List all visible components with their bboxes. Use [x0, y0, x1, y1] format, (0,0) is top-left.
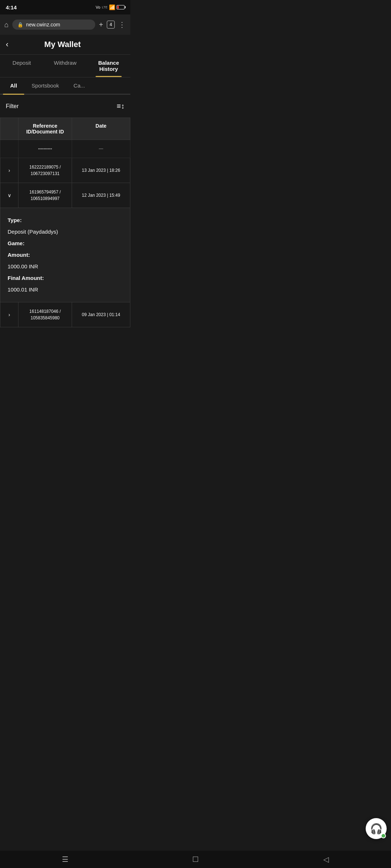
expanded-detail: Type: Deposit (Paydaddys) Game: Amount: …	[0, 208, 130, 302]
chevron-right-icon[interactable]: ›	[8, 312, 10, 318]
table-row: › 162222189075 / 106723097131 13 Jan 202…	[0, 158, 130, 183]
table-row: › 161148187046 / 105835845980 09 Jan 202…	[0, 302, 130, 327]
col-header-date: Date	[72, 118, 130, 140]
row3-expand[interactable]: ›	[0, 302, 18, 327]
row2-date: 12 Jan 2023 | 15:49	[72, 183, 130, 208]
browser-tabs-button[interactable]: 4	[107, 21, 115, 29]
table-container: Reference ID/Document ID Date ••••••••••…	[0, 118, 130, 327]
lock-icon: 🔒	[17, 22, 23, 27]
row2-ref: 161965794957 / 106510894997	[18, 183, 72, 208]
filter-bar: Filter ≡↕	[0, 95, 130, 118]
tab-balance-history[interactable]: Balance History	[87, 55, 130, 77]
col-header-1	[0, 118, 18, 140]
sub-tabs: All Sportsbook Ca...	[0, 77, 130, 95]
browser-url-bar[interactable]: 🔒 new.cwinz.com	[12, 20, 95, 30]
chevron-right-icon[interactable]: ›	[8, 167, 10, 173]
browser-home-button[interactable]: ⌂	[4, 21, 9, 29]
browser-bar: ⌂ 🔒 new.cwinz.com + 4 ⋮	[0, 14, 130, 35]
chevron-down-icon[interactable]: ∨	[8, 192, 11, 198]
row1-date: 13 Jan 2023 | 18:26	[72, 158, 130, 183]
table-row-truncated: •••••••••• —	[0, 140, 130, 158]
detail-type: Type: Deposit (Paydaddys)	[8, 214, 123, 238]
app-header: ‹ My Wallet	[0, 35, 130, 55]
detail-amount: Amount: 1000.00 INR	[8, 249, 123, 272]
sub-tab-sportsbook[interactable]: Sportsbook	[24, 77, 66, 94]
back-button[interactable]: ‹	[6, 40, 8, 49]
status-icons: Vo LTE 📶	[96, 4, 125, 10]
detail-final: Final Amount: 1000.01 INR	[8, 272, 123, 295]
signal-icon: 📶	[109, 4, 115, 10]
row3-date: 09 Jan 2023 | 01:14	[72, 302, 130, 327]
browser-menu-button[interactable]: ⋮	[118, 20, 126, 29]
tab-withdraw[interactable]: Withdraw	[43, 55, 87, 77]
browser-actions: + 4 ⋮	[99, 20, 126, 29]
table-row-expanded: ∨ 161965794957 / 106510894997 12 Jan 202…	[0, 183, 130, 208]
tab-deposit[interactable]: Deposit	[0, 55, 43, 77]
nav-menu-button[interactable]: ☰	[0, 855, 130, 864]
row-truncated-ref: ••••••••••	[18, 140, 72, 158]
sub-tab-casino[interactable]: Ca...	[66, 77, 92, 94]
main-tabs: Deposit Withdraw Balance History	[0, 55, 130, 77]
filter-label[interactable]: Filter	[6, 103, 19, 110]
row1-ref: 162222189075 / 106723097131	[18, 158, 72, 183]
status-time: 4:14	[6, 4, 17, 10]
status-bar: 4:14 Vo LTE 📶	[0, 0, 130, 14]
table-header: Reference ID/Document ID Date	[0, 118, 130, 140]
browser-add-button[interactable]: +	[99, 21, 103, 29]
url-text: new.cwinz.com	[26, 22, 60, 27]
col-header-ref: Reference ID/Document ID	[18, 118, 72, 140]
row-truncated-chevron	[0, 140, 18, 158]
network-icon: Vo	[96, 5, 100, 9]
bottom-nav: ☰ ☐ ◁	[0, 851, 130, 868]
row1-expand[interactable]: ›	[0, 158, 18, 183]
detail-game: Game:	[8, 238, 123, 249]
row-truncated-date: —	[72, 140, 130, 158]
filter-icon[interactable]: ≡↕	[117, 102, 125, 110]
page-title: My Wallet	[14, 40, 111, 49]
row2-expand[interactable]: ∨	[0, 183, 18, 208]
sub-tab-all[interactable]: All	[3, 77, 24, 94]
row3-ref: 161148187046 / 105835845980	[18, 302, 72, 327]
lte-icon: LTE	[102, 5, 108, 9]
battery-icon	[117, 5, 125, 9]
